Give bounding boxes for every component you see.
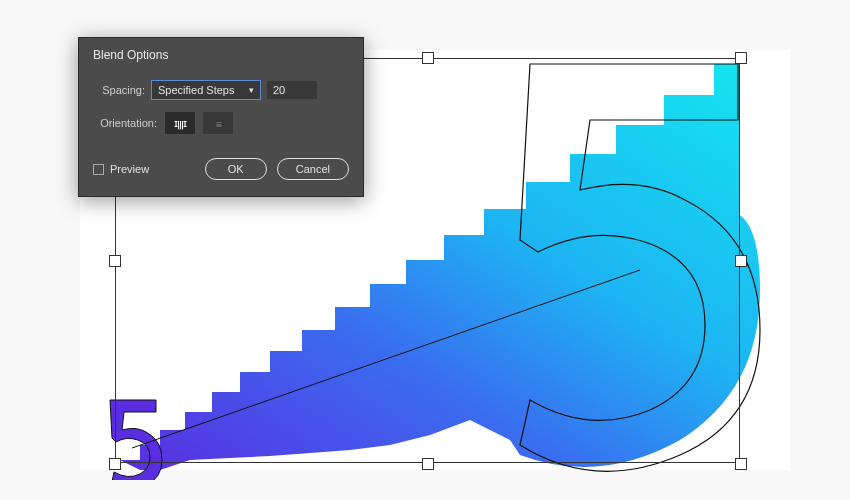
- dialog-title: Blend Options: [79, 38, 363, 76]
- selection-handle-bottom-middle[interactable]: [422, 458, 434, 470]
- spacing-label: Spacing:: [93, 84, 145, 96]
- selection-handle-bottom-left[interactable]: [109, 458, 121, 470]
- orientation-label: Orientation:: [93, 117, 157, 129]
- spacing-steps-input[interactable]: 20: [267, 81, 317, 99]
- ok-button[interactable]: OK: [205, 158, 267, 180]
- chevron-down-icon: ▾: [249, 85, 254, 95]
- preview-label: Preview: [110, 163, 149, 175]
- orientation-row: Orientation: ɪꞁꞁꞁɪ ᵢᵢᵢᵢᵢ: [79, 104, 363, 148]
- preview-checkbox[interactable]: Preview: [93, 163, 149, 175]
- orientation-align-to-page-button[interactable]: ɪꞁꞁꞁɪ: [165, 112, 195, 134]
- selection-handle-top-right[interactable]: [735, 52, 747, 64]
- spacing-row: Spacing: Specified Steps ▾ 20: [79, 76, 363, 104]
- spacing-dropdown[interactable]: Specified Steps ▾: [151, 80, 261, 100]
- dialog-footer: Preview OK Cancel: [79, 148, 363, 196]
- selection-handle-middle-right[interactable]: [735, 255, 747, 267]
- checkbox-icon: [93, 164, 104, 175]
- cancel-button[interactable]: Cancel: [277, 158, 349, 180]
- selection-handle-top-middle[interactable]: [422, 52, 434, 64]
- orientation-align-to-path-button[interactable]: ᵢᵢᵢᵢᵢ: [203, 112, 233, 134]
- spacing-dropdown-value: Specified Steps: [158, 84, 234, 96]
- blend-options-dialog: Blend Options Spacing: Specified Steps ▾…: [78, 37, 364, 197]
- align-to-path-icon: ᵢᵢᵢᵢᵢ: [216, 117, 221, 130]
- align-to-page-icon: ɪꞁꞁꞁɪ: [174, 117, 186, 130]
- selection-handle-bottom-right[interactable]: [735, 458, 747, 470]
- selection-handle-middle-left[interactable]: [109, 255, 121, 267]
